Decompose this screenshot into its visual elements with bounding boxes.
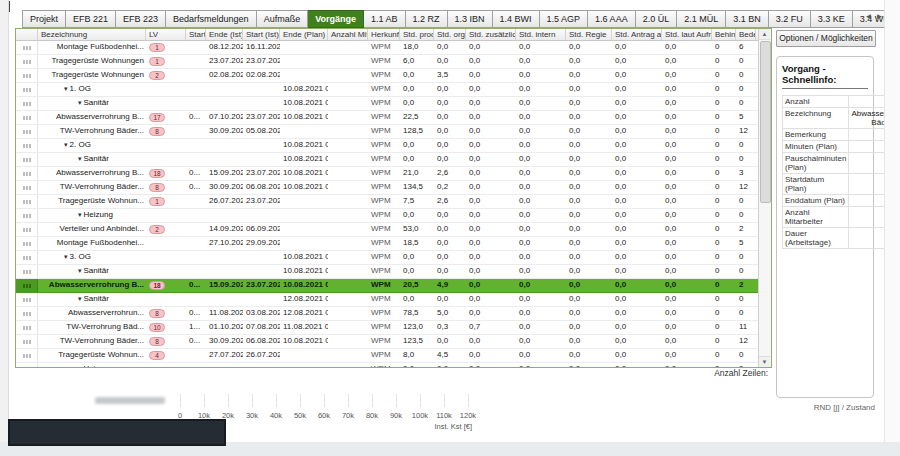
- table-row[interactable]: ▾Sanitär10.08.2021 00:...WPM0,00,00,00,0…: [16, 97, 758, 111]
- tab-scroll-left-icon[interactable]: ◄: [864, 12, 873, 21]
- drag-handle-icon[interactable]: [23, 46, 31, 50]
- tab-1-6-aaa[interactable]: 1.6 AAA: [588, 10, 636, 28]
- tab-bedarfsmeldungen[interactable]: Bedarfsmeldungen: [166, 10, 257, 28]
- tree-collapse-icon[interactable]: ▾: [64, 141, 68, 148]
- drag-handle-icon[interactable]: [23, 88, 31, 92]
- row-grip-cell[interactable]: [16, 69, 38, 82]
- tree-collapse-icon[interactable]: ▾: [78, 211, 82, 218]
- tab-2-1-mül[interactable]: 2.1 MÜL: [677, 10, 726, 28]
- row-grip-cell[interactable]: [16, 223, 38, 236]
- scroll-up-icon[interactable]: ▲: [759, 29, 770, 40]
- drag-handle-icon[interactable]: [23, 116, 31, 120]
- column-header[interactable]: Std. Antrag auf Rü: [612, 29, 662, 40]
- drag-handle-icon[interactable]: [23, 326, 31, 330]
- table-row[interactable]: ▾Sanitär10.08.2021 00:...WPM0,00,00,00,0…: [16, 153, 758, 167]
- row-grip-cell[interactable]: [16, 237, 38, 250]
- column-header[interactable]: Start (Ist): [243, 29, 280, 40]
- drag-handle-icon[interactable]: [23, 130, 31, 134]
- tab-projekt[interactable]: Projekt: [22, 10, 66, 28]
- table-row[interactable]: Tragegerüste Wohnungen202.08.202...02.08…: [16, 69, 758, 83]
- table-row[interactable]: Montage Fußbodenhei...27.10.202...29.09.…: [16, 237, 758, 251]
- row-grip-cell[interactable]: [16, 321, 38, 334]
- column-header[interactable]: Ende (Ist): [206, 29, 243, 40]
- column-header[interactable]: Bedenke: [736, 29, 756, 40]
- row-grip-cell[interactable]: [16, 83, 38, 96]
- tab-efb-221[interactable]: EFB 221: [66, 10, 116, 28]
- tree-collapse-icon[interactable]: ▾: [64, 253, 68, 260]
- tree-collapse-icon[interactable]: ▾: [64, 85, 68, 92]
- scrollbar-thumb[interactable]: [760, 41, 771, 203]
- row-grip-cell[interactable]: [16, 167, 38, 180]
- tab-3-2-fu[interactable]: 3.2 FU: [769, 10, 811, 28]
- tab-1-4-bwi[interactable]: 1.4 BWI: [493, 10, 540, 28]
- tab-2-0-ül[interactable]: 2.0 ÜL: [636, 10, 678, 28]
- tree-collapse-icon[interactable]: ▾: [78, 99, 82, 106]
- table-row[interactable]: Abwasserverrohrung B...170...07.10.202..…: [16, 111, 758, 125]
- tree-collapse-icon[interactable]: ▾: [78, 365, 82, 367]
- tree-collapse-icon[interactable]: ▾: [78, 267, 82, 274]
- column-header[interactable]: Std. zusätzlich: [466, 29, 516, 40]
- drag-handle-icon[interactable]: [23, 60, 31, 64]
- table-row[interactable]: Tragegerüste Wohnun...126.07.202...23.07…: [16, 195, 758, 209]
- table-row[interactable]: Tragegerüste Wohnun...427.07.202...26.07…: [16, 349, 758, 363]
- table-row[interactable]: TW-Verrohrung Bäd...101...01.10.202...07…: [16, 321, 758, 335]
- column-header[interactable]: Std. produk: [400, 29, 434, 40]
- table-row[interactable]: ▾1. OG10.08.2021 00:...WPM0,00,00,00,00,…: [16, 83, 758, 97]
- drag-handle-icon[interactable]: [23, 284, 31, 288]
- drag-handle-icon[interactable]: [23, 74, 31, 78]
- column-header[interactable]: LV: [146, 29, 186, 40]
- tab-scroll-right-icon[interactable]: ►: [875, 12, 884, 21]
- drag-handle-icon[interactable]: [23, 340, 31, 344]
- drag-handle-icon[interactable]: [23, 158, 31, 162]
- row-grip-cell[interactable]: [16, 111, 38, 124]
- drag-handle-icon[interactable]: [23, 298, 31, 302]
- row-grip-cell[interactable]: [16, 125, 38, 138]
- row-grip-cell[interactable]: [16, 97, 38, 110]
- row-grip-cell[interactable]: [16, 265, 38, 278]
- row-grip-cell[interactable]: [16, 251, 38, 264]
- tab-1-3-ibn[interactable]: 1.3 IBN: [448, 10, 493, 28]
- table-row[interactable]: Verteiler und Anbindel...214.09.202...06…: [16, 223, 758, 237]
- table-row[interactable]: ▾2. OG10.08.2021 00:...WPM0,00,00,00,00,…: [16, 139, 758, 153]
- drag-handle-icon[interactable]: [23, 242, 31, 246]
- tree-collapse-icon[interactable]: ▾: [78, 295, 82, 302]
- tab-3-3-ke[interactable]: 3.3 KE: [811, 10, 853, 28]
- column-header[interactable]: Std. Regie: [566, 29, 612, 40]
- drag-handle-icon[interactable]: [23, 228, 31, 232]
- table-row[interactable]: Montage Fußbodenhei...108.12.202...16.11…: [16, 41, 758, 55]
- header-grip-spacer[interactable]: [16, 29, 38, 40]
- table-row[interactable]: TW-Verrohrung Bäder...80...30.09.202...0…: [16, 335, 758, 349]
- table-row[interactable]: ▾HeizungWPM0,00,00,00,00,00,00,000: [16, 363, 758, 367]
- tree-collapse-icon[interactable]: ▾: [78, 155, 82, 162]
- options-button[interactable]: Optionen / Möglichkeiten: [776, 30, 876, 47]
- drag-handle-icon[interactable]: [23, 214, 31, 218]
- table-row[interactable]: ▾Sanitär12.08.2021 00:...WPM0,00,00,00,0…: [16, 293, 758, 307]
- column-header[interactable]: Std. organis: [434, 29, 466, 40]
- column-header[interactable]: Anzahl Mitarbe: [328, 29, 368, 40]
- table-row[interactable]: Tragegerüste Wohnungen123.07.202...23.07…: [16, 55, 758, 69]
- column-header[interactable]: Bezeichnung: [38, 29, 146, 40]
- tab-aufmaße[interactable]: Aufmaße: [257, 10, 309, 28]
- row-grip-cell[interactable]: [16, 139, 38, 152]
- column-header[interactable]: Behinde: [712, 29, 736, 40]
- row-grip-cell[interactable]: [16, 181, 38, 194]
- drag-handle-icon[interactable]: [23, 354, 31, 358]
- column-header[interactable]: Herkunft: [368, 29, 400, 40]
- row-grip-cell[interactable]: [16, 279, 38, 292]
- drag-handle-icon[interactable]: [23, 102, 31, 106]
- tab-3-1-bn[interactable]: 3.1 BN: [726, 10, 769, 28]
- table-vertical-scrollbar[interactable]: ▲ ▼: [758, 29, 771, 367]
- column-header[interactable]: Ende (Plan): [280, 29, 328, 40]
- table-row[interactable]: Abwasserverrohrun...80...11.08.202...03.…: [16, 307, 758, 321]
- scroll-down-icon[interactable]: ▼: [759, 356, 770, 367]
- row-grip-cell[interactable]: [16, 349, 38, 362]
- drag-handle-icon[interactable]: [23, 256, 31, 260]
- table-row[interactable]: TW-Verrohrung Bäder...830.09.202...05.08…: [16, 125, 758, 139]
- drag-handle-icon[interactable]: [23, 186, 31, 190]
- row-grip-cell[interactable]: [16, 55, 38, 68]
- column-header[interactable]: Start: [186, 29, 206, 40]
- tab-vorgänge[interactable]: Vorgänge: [308, 10, 364, 28]
- drag-handle-icon[interactable]: [23, 312, 31, 316]
- row-grip-cell[interactable]: [16, 307, 38, 320]
- row-grip-cell[interactable]: [16, 195, 38, 208]
